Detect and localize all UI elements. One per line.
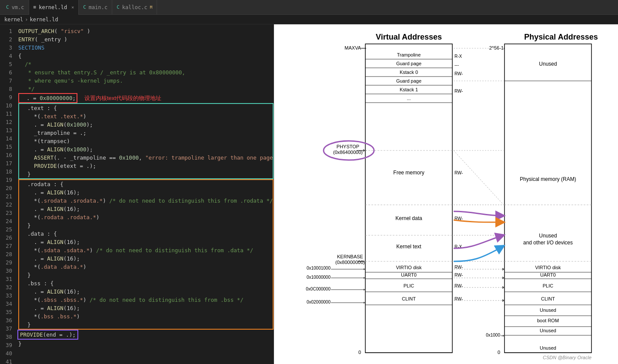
code-panel[interactable]: 12345 678910 1112131415 1617181920 21222… (0, 24, 274, 364)
code-line-39: . = ALIGN(16); (20, 304, 272, 312)
code-line-1: OUTPUT_ARCH( "riscv" ) (17, 27, 274, 35)
svg-text:CSDN @Binary Oracle: CSDN @Binary Oracle (543, 355, 591, 360)
svg-text:0x10000000: 0x10000000 (307, 275, 331, 280)
svg-text:2^56-1: 2^56-1 (489, 45, 504, 50)
tab-main-c[interactable]: C main.c (79, 0, 112, 15)
svg-text:...: ... (407, 96, 411, 101)
svg-text:R-X: R-X (454, 54, 462, 59)
main-layout: 12345 678910 1112131415 1617181920 21222… (0, 24, 618, 364)
tab-label-kernel-ld: kernel.ld (39, 4, 67, 10)
tab-icon-vm-c: C (6, 4, 9, 10)
code-line-27: } (20, 221, 272, 230)
code-line-23: . = ALIGN(16); (20, 188, 272, 197)
code-line-22: .rodata : { (20, 180, 272, 188)
line-numbers: 12345 678910 1112131415 1617181920 21222… (0, 24, 16, 364)
code-content: OUTPUT_ARCH( "riscv" ) ENTRY( _entry ) S… (16, 24, 274, 364)
tab-label-vm-c: vm.c (12, 4, 24, 10)
svg-text:Guard page: Guard page (396, 78, 421, 83)
code-line-20: } (20, 170, 272, 178)
code-line-37: . = ALIGN(16); (20, 287, 272, 296)
code-line-2: ENTRY( _entry ) (17, 35, 274, 43)
svg-text:Kernel text: Kernel text (396, 244, 421, 250)
svg-text:0x10001000: 0x10001000 (307, 266, 331, 270)
code-line-44: } (17, 340, 274, 348)
svg-rect-1 (504, 44, 591, 353)
code-line-13: *(.text .text.*) (20, 112, 272, 120)
code-line-41: } (20, 321, 272, 329)
breadcrumb: kernel › kernel.ld (0, 15, 618, 24)
code-line-7: * ensure that entry.S / _entry is at 0x8… (17, 68, 274, 77)
svg-text:---: --- (454, 63, 459, 67)
code-container: 12345 678910 1112131415 1617181920 21222… (0, 24, 274, 364)
code-line-15: _trampoline = .; (20, 129, 272, 137)
code-line-33: *(.data .data.*) (20, 263, 272, 271)
tab-kalloc-c[interactable]: C kalloc.c M (112, 0, 157, 15)
svg-text:Unused: Unused (539, 61, 557, 67)
svg-text:PLIC: PLIC (543, 283, 554, 288)
code-line-40: *(.bss .bss.*) (20, 312, 272, 321)
code-line-6: /* (17, 60, 274, 68)
virtual-title: Virtual Addresses (376, 33, 442, 41)
tab-kernel-ld[interactable]: ≡ kernel.ld ✕ (29, 0, 79, 15)
diagram-svg: Virtual Addresses Physical Addresses MAX… (274, 24, 618, 364)
svg-text:Guard page: Guard page (396, 61, 421, 66)
svg-text:CLINT: CLINT (541, 296, 555, 301)
svg-text:0: 0 (498, 350, 500, 355)
svg-text:RW-: RW- (454, 71, 463, 76)
svg-text:RW-: RW- (454, 89, 463, 94)
code-line-31: *(.sdata .sdata.*) /* do not need to dis… (20, 246, 272, 254)
code-line-19: PROVIDE(etext = .); (20, 162, 272, 170)
breadcrumb-kernel: kernel (4, 17, 23, 23)
code-line-14: . = ALIGN(0x1000); (20, 120, 272, 129)
code-line-12: .text : { (20, 104, 272, 112)
data-section-box: .rodata : { . = ALIGN(16); *(.srodata .s… (18, 179, 274, 330)
code-line-8: * where qemu's -kernel jumps. (17, 77, 274, 85)
code-line-29: .data : { (20, 230, 272, 238)
code-line-9: */ (17, 85, 274, 93)
svg-text:Physical memory (RAM): Physical memory (RAM) (520, 176, 576, 182)
code-line-17: . = ALIGN(0x1000); (20, 145, 272, 154)
tab-icon-kernel-ld: ≡ (33, 4, 37, 10)
diagram-panel: Virtual Addresses Physical Addresses MAX… (274, 24, 618, 364)
svg-text:and other I/O devices: and other I/O devices (523, 240, 573, 246)
svg-text:RW-: RW- (454, 170, 463, 175)
tab-icon-kalloc-c: C (117, 4, 120, 10)
svg-text:Free memory: Free memory (393, 170, 424, 176)
svg-text:PHYSTOP: PHYSTOP (337, 144, 359, 149)
svg-text:Trampoline: Trampoline (397, 52, 421, 57)
text-section-box: .text : { *(.text .text.*) . = ALIGN(0x1… (18, 103, 274, 179)
code-line-34: } (20, 271, 272, 279)
annotation-line10: 设置内核text代码段的物理地址 (84, 94, 161, 102)
svg-text:Unused: Unused (540, 307, 556, 313)
tab-bar: C vm.c ≡ kernel.ld ✕ C main.c C kalloc.c… (0, 0, 618, 15)
tab-label-main-c: main.c (89, 4, 107, 10)
svg-line-88 (454, 150, 504, 205)
svg-text:Kernel data: Kernel data (395, 215, 422, 221)
tab-icon-main-c: C (83, 4, 86, 10)
svg-text:0x02000000: 0x02000000 (307, 300, 331, 304)
svg-text:0: 0 (358, 350, 361, 355)
code-line-24: *(.srodata .srodata.*) /* do not need to… (20, 197, 272, 205)
physical-title: Physical Addresses (524, 33, 598, 41)
svg-text:KERNBASE: KERNBASE (337, 254, 363, 259)
code-line-18: ASSERT(. - _trampoline == 0x1000, "error… (20, 154, 272, 162)
code-line-10: . = 0x80000000; 设置内核text代码段的物理地址 (17, 93, 274, 103)
code-line-5: { (17, 52, 274, 60)
svg-text:Unused: Unused (540, 328, 556, 333)
svg-text:Kstack 1: Kstack 1 (400, 87, 418, 92)
code-line-36: .bss : { (20, 279, 272, 287)
svg-text:PLIC: PLIC (404, 283, 414, 288)
svg-text:Unused: Unused (539, 233, 557, 239)
svg-text:CLINT: CLINT (402, 296, 416, 301)
svg-text:boot ROM: boot ROM (537, 318, 559, 323)
code-line-32: . = ALIGN(16); (20, 254, 272, 263)
svg-text:UART0: UART0 (401, 272, 417, 277)
breadcrumb-file: kernel.ld (30, 17, 58, 23)
svg-text:(0x80000000): (0x80000000) (335, 260, 365, 265)
code-line-26: *(.rodata .rodata.*) (20, 213, 272, 221)
tab-close-kernel-ld[interactable]: ✕ (71, 5, 74, 10)
code-line-25: . = ALIGN(16); (20, 205, 272, 213)
code-line-4: SECTIONS (17, 43, 274, 52)
tab-vm-c[interactable]: C vm.c (2, 0, 29, 15)
code-line-43: PROVIDE(end = .); (17, 330, 78, 340)
